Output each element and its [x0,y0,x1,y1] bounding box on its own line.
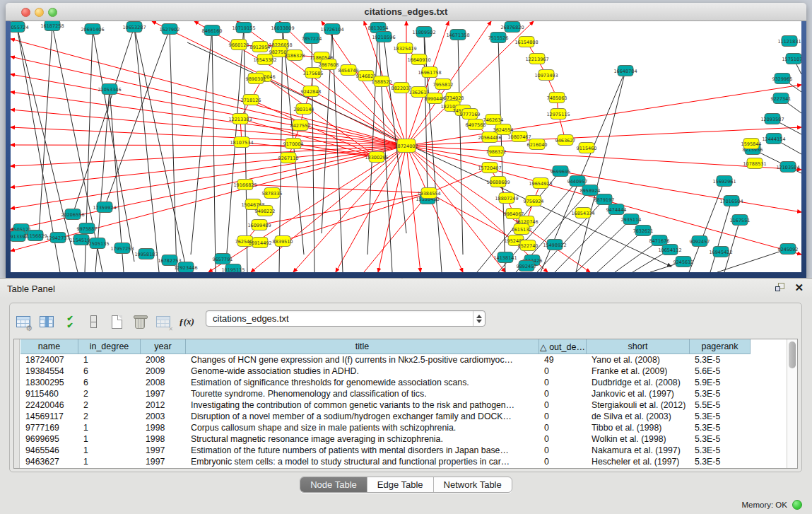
window-titlebar[interactable]: citations_edges.txt [6,3,806,21]
column-header-in_degree[interactable]: in_degree [78,339,141,354]
graph-node[interactable]: 1595844 [741,139,762,149]
graph-node[interactable]: 18325419 [393,43,416,54]
tab-network-table[interactable]: Network Table [434,477,512,492]
select-all-columns-icon[interactable]: ✔ ✔ [61,313,79,331]
graph-node[interactable]: 10973493 [534,70,558,81]
graph-node[interactable]: 3175685 [303,68,324,78]
graph-node[interactable]: 9329965 [772,74,793,84]
graph-node[interactable]: 11809502 [412,27,435,37]
graph-node[interactable]: 9660128 [229,40,249,50]
graph-node[interactable]: 8990448 [425,93,445,104]
graph-node[interactable]: 7986322 [486,146,507,157]
graph-node[interactable]: 9474444 [606,204,627,215]
graph-node[interactable]: 16640910 [407,54,430,65]
graph-node[interactable]: 16099489 [247,220,271,230]
graph-node[interactable]: 9242848 [301,86,322,97]
graph-node[interactable]: 9115460 [577,143,597,153]
vertical-scrollbar[interactable] [787,339,797,468]
new-table-icon[interactable] [107,313,126,331]
graph-node[interactable]: 6497568 [466,119,486,130]
scrollbar-thumb[interactable] [789,341,796,368]
graph-node[interactable]: 15692961 [712,176,736,187]
graph-node[interactable]: 9756924 [524,196,544,206]
graph-node[interactable]: 19166825 [233,180,257,190]
graph-node[interactable]: 9699695 [551,166,571,177]
graph-node[interactable]: 10195115 [221,264,245,273]
graph-node[interactable]: 26876820 [500,22,524,33]
table-selector-dropdown[interactable]: citations_edges.txt [206,310,486,327]
graph-node[interactable]: 12093587 [760,114,784,124]
graph-node[interactable]: 2867608 [319,59,339,70]
graph-node[interactable]: 12942737 [46,233,69,243]
graph-node[interactable]: 1167551 [730,215,751,226]
graph-node[interactable]: 11121831 [777,36,801,47]
graph-node[interactable]: 9092457 [690,236,710,247]
table-row[interactable]: 977716911998Corpus callosum shape and si… [20,422,751,433]
graph-node[interactable]: 14138141 [493,252,517,263]
tab-node-table[interactable]: Node Table [300,477,367,492]
graph-node[interactable]: 2718126 [241,95,261,105]
graph-node[interactable]: 9170004 [283,139,304,149]
graph-node[interactable]: 7485063 [547,93,567,103]
column-header-short[interactable]: short [587,339,690,354]
graph-node[interactable]: 7857224 [302,33,322,44]
table-row[interactable]: 1830029562008Estimation of significance … [20,377,751,388]
graph-node[interactable]: 5878335 [262,188,283,199]
graph-node[interactable]: 8427552 [290,120,311,131]
graph-node[interactable]: 10653287 [122,22,146,33]
graph-node[interactable]: 7632621 [633,226,654,236]
float-panel-icon[interactable] [775,282,786,293]
column-header-year[interactable]: year [141,339,186,354]
tab-edge-table[interactable]: Edge Table [367,477,434,492]
graph-node[interactable]: 12213383 [228,114,252,124]
graph-node[interactable]: 7515526 [488,33,509,43]
column-header-title[interactable]: title [186,339,539,354]
graph-node[interactable]: 2803144 [294,104,314,115]
graph-node[interactable]: 9498222 [255,206,276,216]
graph-node[interactable]: 19654923 [529,178,552,189]
table-options-icon[interactable]: ⚙ [14,313,33,331]
column-header-name[interactable]: name [20,339,78,354]
graph-node[interactable]: 1527902 [160,24,180,35]
delete-table-icon[interactable] [131,313,149,331]
graph-node[interactable]: 16033809 [271,23,294,33]
graph-node[interactable]: 8186328 [285,50,305,61]
graph-node[interactable]: 9463627 [555,135,576,146]
row-view-icon[interactable] [84,313,102,331]
graph-node[interactable]: 8958924 [580,185,601,196]
show-columns-icon[interactable] [37,313,56,331]
graph-node[interactable]: 16782753 [158,255,181,266]
graph-node[interactable]: 8466160 [202,25,223,36]
close-panel-icon[interactable]: ✕ [794,282,804,293]
table-row[interactable]: 969969511998Structural magnetic resonanc… [20,433,751,445]
graph-node[interactable]: 15751074 [782,54,801,64]
graph-node[interactable]: 14671358 [446,30,469,40]
graph-node[interactable]: 8912954 [250,42,271,52]
graph-node[interactable]: 17359924 [93,202,116,213]
graph-node[interactable]: 9890301 [246,74,266,84]
graph-node[interactable]: 24055724 [11,22,29,33]
graph-node[interactable]: 9245092 [778,244,799,255]
graph-node[interactable]: 9245612 [673,257,694,267]
graph-node[interactable]: 8839510 [273,236,293,247]
graph-node[interactable]: 10719155 [232,23,255,33]
graph-node[interactable]: 9657791 [213,254,233,264]
graph-node[interactable]: 17957253 [110,243,134,254]
network-canvas[interactable]: 2405572416187258206914061065328715279028… [11,21,801,272]
graph-node[interactable]: 6216040 [527,139,548,150]
graph-node[interactable]: 9892457 [517,261,537,271]
graph-node[interactable]: 17016504 [719,196,743,206]
table-row[interactable]: 946554611997Estimation of the future num… [20,445,751,456]
graph-node[interactable]: 16961758 [418,67,441,78]
function-builder-icon[interactable]: ƒ(x) [177,313,196,331]
column-header-out_de[interactable]: △ out_de… [539,339,587,354]
graph-node[interactable]: 16648784 [613,66,637,76]
graph-node[interactable]: 21053346 [98,84,121,95]
graph-node[interactable]: 1615132 [512,224,532,235]
table-row[interactable]: 2242004622012Investigating the contribut… [20,399,751,411]
graph-node[interactable]: 12213967 [525,54,548,64]
graph-node[interactable]: 1588520 [372,76,392,87]
table-row[interactable]: 1456911722003Disruption of a novel membe… [20,411,751,422]
graph-node[interactable]: 19958187 [134,249,158,259]
graph-node[interactable]: 2935114 [621,214,642,225]
